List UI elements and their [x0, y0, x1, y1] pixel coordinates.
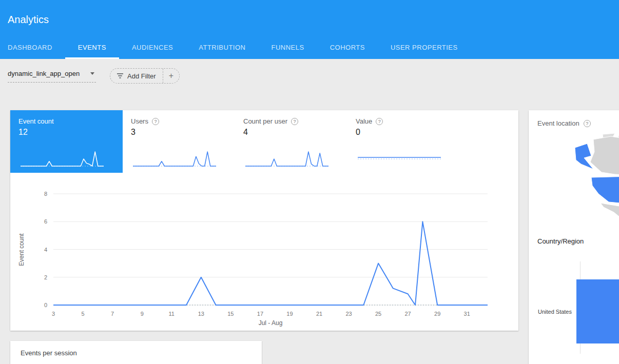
svg-text:8: 8	[44, 191, 47, 197]
metric-label: Event count	[18, 117, 54, 125]
plus-icon[interactable]: +	[163, 72, 179, 80]
event-selector-dropdown[interactable]: dynamic_link_app_open	[8, 68, 96, 83]
add-filter-button[interactable]: Add Filter +	[110, 68, 180, 84]
svg-text:13: 13	[198, 311, 204, 317]
filter-icon	[117, 73, 124, 79]
tab-events[interactable]: EVENTS	[65, 35, 119, 59]
metric-tab-count-per-user[interactable]: Count per user ? 4	[235, 110, 347, 173]
chevron-down-icon	[90, 72, 94, 75]
metric-label: Users	[131, 117, 148, 125]
metric-label: Value	[356, 117, 372, 125]
svg-text:9: 9	[141, 311, 144, 317]
svg-text:19: 19	[286, 311, 293, 317]
svg-text:Event count: Event count	[18, 233, 25, 266]
svg-text:5: 5	[82, 311, 85, 317]
event-location-card: Event location ? Country/Region United S…	[529, 110, 619, 364]
event-count-sparkline	[18, 146, 106, 169]
help-icon[interactable]: ?	[584, 120, 591, 127]
value-sparkline	[356, 146, 443, 169]
svg-text:11: 11	[168, 311, 174, 317]
svg-text:27: 27	[404, 311, 411, 317]
north-america-map	[553, 133, 619, 231]
tab-user-properties[interactable]: USER PROPERTIES	[378, 35, 471, 59]
tab-funnels[interactable]: FUNNELS	[258, 35, 317, 59]
svg-text:6: 6	[44, 218, 47, 225]
metric-tab-row: Event count 12 Users ? 3 Count per user …	[10, 110, 518, 173]
svg-text:4: 4	[44, 247, 47, 253]
add-filter-label: Add Filter	[127, 72, 156, 80]
help-icon[interactable]: ?	[376, 118, 383, 125]
svg-text:25: 25	[375, 311, 381, 317]
svg-text:Jul - Aug: Jul - Aug	[259, 319, 283, 327]
metric-tab-value[interactable]: Value ? 0	[347, 110, 460, 173]
users-sparkline	[131, 146, 218, 169]
svg-text:21: 21	[316, 311, 322, 317]
metric-tab-event-count[interactable]: Event count 12	[10, 110, 123, 173]
filter-bar: dynamic_link_app_open Add Filter +	[8, 68, 180, 84]
metric-label: Count per user	[243, 117, 287, 125]
event-selector-value: dynamic_link_app_open	[8, 70, 80, 77]
united-states-bar	[576, 279, 619, 343]
svg-text:15: 15	[227, 311, 234, 317]
svg-text:17: 17	[257, 311, 263, 317]
count-per-user-sparkline	[243, 146, 331, 169]
metric-value: 4	[243, 128, 339, 137]
svg-text:7: 7	[111, 311, 114, 317]
country-name-label: United States	[529, 309, 576, 315]
tab-cohorts[interactable]: COHORTS	[317, 35, 378, 59]
event-count-line-chart: 0246835791113151719212325272931Jul - Aug…	[15, 179, 513, 328]
metric-value: 0	[356, 128, 452, 137]
event-location-title: Event location	[537, 119, 579, 127]
tab-dashboard[interactable]: DASHBOARD	[0, 35, 65, 59]
metric-value: 12	[18, 128, 114, 137]
help-icon[interactable]: ?	[152, 118, 159, 125]
tab-audiences[interactable]: AUDIENCES	[119, 35, 186, 59]
page-title: Analytics	[8, 14, 49, 26]
svg-text:31: 31	[464, 311, 470, 317]
svg-text:0: 0	[44, 302, 47, 308]
metric-tab-users[interactable]: Users ? 3	[123, 110, 235, 173]
country-bar-row: United States	[529, 279, 619, 343]
header-tab-bar: DASHBOARD EVENTS AUDIENCES ATTRIBUTION F…	[0, 35, 471, 59]
svg-text:3: 3	[52, 311, 55, 317]
add-filter-main[interactable]: Add Filter	[110, 69, 163, 83]
svg-text:23: 23	[345, 311, 352, 317]
event-detail-card: Event count 12 Users ? 3 Count per user …	[10, 110, 518, 331]
svg-text:29: 29	[434, 311, 440, 317]
svg-text:2: 2	[44, 274, 47, 280]
events-per-session-card: Events per session	[10, 341, 262, 364]
tab-attribution[interactable]: ATTRIBUTION	[186, 35, 258, 59]
metric-value: 3	[131, 128, 227, 137]
help-icon[interactable]: ?	[291, 118, 298, 125]
events-per-session-title: Events per session	[21, 349, 77, 357]
country-region-label: Country/Region	[537, 237, 584, 245]
app-header: Analytics DASHBOARD EVENTS AUDIENCES ATT…	[0, 0, 619, 59]
